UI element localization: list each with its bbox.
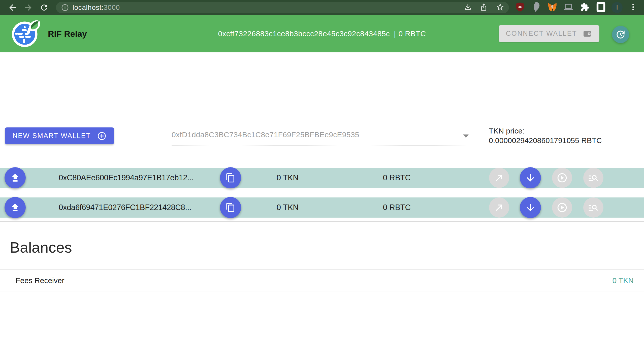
receive-button[interactable]: [520, 197, 541, 218]
copy-icon: [226, 173, 236, 183]
ublock-extension-icon[interactable]: UO: [516, 2, 524, 13]
upload-icon: [9, 172, 21, 184]
account-address: 0xcff73226883c1ce8b3bccc28e45c3c92c84348…: [218, 29, 390, 38]
extensions-puzzle-icon[interactable]: [580, 3, 589, 13]
tkn-price: TKN price: 0.00000294208601791055 RBTC: [489, 126, 602, 145]
app-header: RIF Relay 0xcff73226883c1ce8b3bccc28e45c…: [0, 15, 644, 52]
list-search-icon: [588, 202, 599, 213]
divider: [0, 221, 644, 222]
upload-icon: [9, 202, 21, 213]
reload-icon[interactable]: [40, 3, 49, 12]
fees-receiver-row: Fees Receiver 0 TKN: [0, 269, 644, 291]
search-transactions-button[interactable]: [583, 168, 603, 188]
fees-receiver-value: 0 TKN: [613, 276, 634, 285]
back-icon[interactable]: [8, 3, 17, 12]
balances-title: Balances: [10, 239, 72, 256]
play-circle-icon: [557, 202, 568, 213]
receive-button[interactable]: [520, 167, 541, 188]
smart-wallet-address: 0xC80AEe600Ec1994a97E1B17eb12...: [59, 173, 194, 182]
profile-avatar[interactable]: I: [611, 2, 623, 13]
list-search-icon: [588, 172, 599, 183]
copy-address-button[interactable]: [220, 167, 241, 188]
browser-toolbar: localhost:3000 UO I: [0, 0, 644, 15]
forward-icon[interactable]: [23, 3, 33, 12]
share-icon[interactable]: [479, 3, 488, 12]
browser-menu-icon[interactable]: [629, 3, 637, 12]
new-smart-wallet-button[interactable]: NEW SMART WALLET: [5, 127, 114, 144]
transfer-button[interactable]: [489, 197, 509, 218]
arrow-down-icon: [525, 172, 536, 183]
plus-circle-icon: [97, 131, 106, 141]
site-info-icon[interactable]: [61, 4, 69, 12]
surfshark-extension-icon[interactable]: [533, 2, 540, 13]
account-balance: 0 RBTC: [398, 29, 426, 38]
execute-button[interactable]: [552, 197, 572, 218]
arrow-up-right-icon: [494, 173, 504, 183]
avatar-initial: I: [616, 4, 618, 11]
separator: |: [394, 29, 396, 38]
deploy-upload-button[interactable]: [5, 167, 26, 188]
fees-receiver-label: Fees Receiver: [16, 276, 64, 285]
search-transactions-button[interactable]: [583, 197, 603, 218]
address-bar[interactable]: localhost:3000: [56, 2, 509, 13]
app-title: RIF Relay: [48, 29, 87, 39]
smart-wallet-select[interactable]: 0xfD1dda8C3BC734Bc1C8e71F69F25BFBEe9cE95…: [172, 127, 471, 146]
connected-account: 0xcff73226883c1ce8b3bccc28e45c3c92c84348…: [218, 29, 426, 38]
side-panel-icon[interactable]: [596, 2, 605, 13]
new-smart-wallet-label: NEW SMART WALLET: [13, 132, 91, 140]
selected-address: 0xfD1dda8C3BC734Bc1C8e71F69F25BFBEe9cE95…: [172, 130, 359, 139]
update-icon: [615, 29, 626, 40]
rif-relay-logo-icon: [11, 19, 40, 49]
refresh-button[interactable]: [612, 26, 629, 43]
tkn-price-label: TKN price:: [489, 126, 602, 136]
rbtc-balance: 0 RBTC: [383, 203, 411, 212]
url-text[interactable]: localhost:3000: [73, 4, 120, 12]
rbtc-balance: 0 RBTC: [383, 173, 411, 182]
arrow-up-right-icon: [494, 202, 504, 213]
metamask-fox-icon[interactable]: [548, 3, 557, 13]
arrow-down-icon: [525, 202, 536, 213]
copy-icon: [226, 202, 236, 213]
smart-wallet-row: 0xC80AEe600Ec1994a97E1B17eb12... 0 TKN 0…: [0, 168, 644, 188]
connect-wallet-button[interactable]: CONNECT WALLET: [499, 25, 599, 42]
smart-wallet-address: 0xda6f69471E0276FC1BF221428C8...: [59, 203, 191, 212]
bookmark-star-icon[interactable]: [496, 3, 505, 13]
wallet-icon: [583, 30, 592, 38]
svg-text:UO: UO: [518, 5, 523, 9]
connect-wallet-label: CONNECT WALLET: [506, 30, 577, 38]
smart-wallet-row: 0xda6f69471E0276FC1BF221428C8... 0 TKN 0…: [0, 197, 644, 218]
copy-address-button[interactable]: [220, 197, 241, 218]
tkn-balance: 0 TKN: [277, 173, 299, 182]
install-app-icon[interactable]: [464, 3, 472, 12]
play-circle-icon: [557, 172, 568, 183]
transfer-button[interactable]: [489, 168, 509, 188]
tkn-balance: 0 TKN: [277, 203, 299, 212]
tkn-price-value: 0.00000294208601791055 RBTC: [489, 136, 602, 145]
laptop-extension-icon[interactable]: [564, 2, 573, 13]
deploy-upload-button[interactable]: [5, 197, 26, 218]
execute-button[interactable]: [552, 168, 572, 188]
chevron-down-icon: [463, 134, 469, 138]
main-content: NEW SMART WALLET 0xfD1dda8C3BC734Bc1C8e7…: [0, 52, 644, 340]
